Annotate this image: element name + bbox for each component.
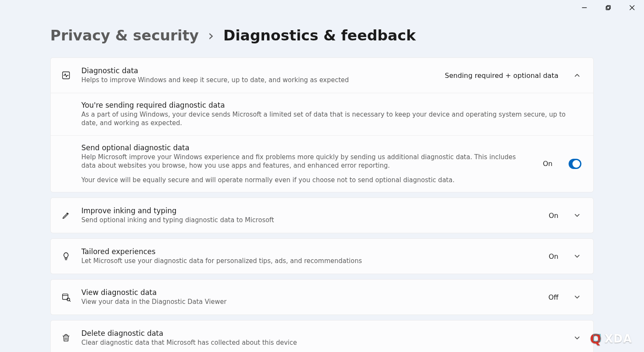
page-title: Diagnostics & feedback xyxy=(223,27,416,44)
optional-diagnostic-body: Help Microsoft improve your Windows expe… xyxy=(81,153,526,170)
view-diagnostic-subtitle: View your data in the Diagnostic Data Vi… xyxy=(81,298,532,306)
delete-diagnostic-subtitle: Clear diagnostic data that Microsoft has… xyxy=(81,338,558,347)
chevron-down-icon xyxy=(573,211,581,220)
breadcrumb: Privacy & security › Diagnostics & feedb… xyxy=(50,27,594,44)
watermark-logo-icon: Q xyxy=(590,331,602,347)
activity-icon xyxy=(60,69,72,81)
diagnostic-data-title: Diagnostic data xyxy=(81,66,428,75)
tailored-title: Tailored experiences xyxy=(81,247,532,256)
required-diagnostic-row: You're sending required diagnostic data … xyxy=(51,93,593,135)
diagnostic-data-header[interactable]: Diagnostic data Helps to improve Windows… xyxy=(51,58,593,93)
trash-icon xyxy=(60,332,72,344)
tailored-subtitle: Let Microsoft use your diagnostic data f… xyxy=(81,257,532,265)
window-controls xyxy=(572,0,644,15)
pen-icon xyxy=(60,209,72,221)
watermark: Q XDA xyxy=(590,331,632,347)
view-diagnostic-title: View diagnostic data xyxy=(81,288,532,297)
chevron-down-icon xyxy=(573,293,581,301)
diagnostic-data-card: Diagnostic data Helps to improve Windows… xyxy=(50,57,594,192)
delete-diagnostic-title: Delete diagnostic data xyxy=(81,329,558,338)
data-viewer-icon xyxy=(60,291,72,303)
diagnostic-data-status: Sending required + optional data xyxy=(445,72,558,80)
inking-subtitle: Send optional inking and typing diagnost… xyxy=(81,216,532,224)
view-diagnostic-status: Off xyxy=(548,293,558,301)
svg-line-9 xyxy=(69,300,70,301)
tailored-card[interactable]: Tailored experiences Let Microsoft use y… xyxy=(50,238,594,274)
optional-diagnostic-row: Send optional diagnostic data Help Micro… xyxy=(51,135,593,192)
optional-diagnostic-title: Send optional diagnostic data xyxy=(81,143,526,152)
required-diagnostic-body: As a part of using Windows, your device … xyxy=(81,110,581,128)
optional-diagnostic-toggle[interactable] xyxy=(569,159,581,169)
chevron-down-icon xyxy=(573,334,581,342)
tailored-status: On xyxy=(549,252,558,260)
lightbulb-icon xyxy=(60,250,72,262)
chevron-right-icon: › xyxy=(208,27,214,44)
breadcrumb-parent[interactable]: Privacy & security xyxy=(50,27,199,44)
svg-rect-1 xyxy=(606,6,610,10)
inking-status: On xyxy=(549,212,558,220)
optional-diagnostic-footer: Your device will be equally secure and w… xyxy=(81,176,526,184)
delete-diagnostic-card[interactable]: Delete diagnostic data Clear diagnostic … xyxy=(50,320,594,352)
maximize-button[interactable] xyxy=(596,0,620,15)
view-diagnostic-card[interactable]: View diagnostic data View your data in t… xyxy=(50,279,594,315)
watermark-text: XDA xyxy=(604,332,632,345)
inking-card[interactable]: Improve inking and typing Send optional … xyxy=(50,197,594,233)
inking-title: Improve inking and typing xyxy=(81,206,532,215)
chevron-down-icon xyxy=(573,252,581,260)
svg-rect-2 xyxy=(607,6,610,9)
close-button[interactable] xyxy=(620,0,644,15)
optional-diagnostic-toggle-label: On xyxy=(543,160,552,168)
required-diagnostic-title: You're sending required diagnostic data xyxy=(81,101,581,109)
minimize-button[interactable] xyxy=(572,0,596,15)
chevron-up-icon xyxy=(573,71,581,80)
diagnostic-data-subtitle: Helps to improve Windows and keep it sec… xyxy=(81,76,428,84)
